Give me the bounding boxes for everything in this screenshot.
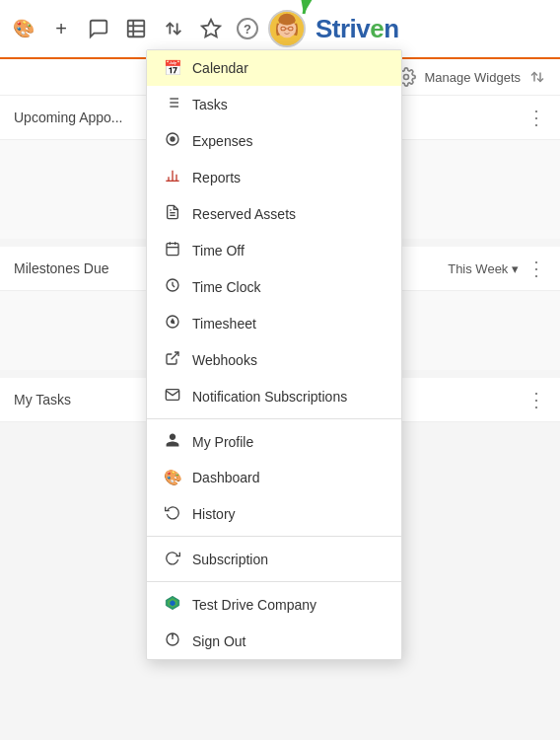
upcoming-appointments-label: Upcoming Appo... [14, 110, 123, 125]
milestones-due-label: Milestones Due [14, 260, 109, 276]
menu-item-timesheet-label: Timesheet [192, 316, 385, 332]
time-off-icon [163, 241, 182, 259]
sort-icon[interactable] [528, 68, 546, 86]
menu-item-expenses[interactable]: Expenses [147, 122, 401, 159]
menu-item-test-drive-company[interactable]: Test Drive Company [147, 586, 401, 623]
menu-item-reports-label: Reports [192, 170, 385, 185]
menu-item-time-off[interactable]: Time Off [147, 232, 401, 268]
time-clock-icon [163, 277, 182, 296]
tasks-icon [163, 95, 182, 113]
svg-marker-6 [202, 20, 220, 37]
timesheet-icon [163, 314, 182, 333]
my-profile-icon [163, 432, 182, 451]
brand-logo: Striven [315, 14, 399, 44]
svg-point-15 [404, 75, 409, 80]
sort-columns-icon[interactable] [162, 17, 185, 40]
menu-item-dashboard[interactable]: 🎨 Dashboard [147, 460, 401, 495]
menu-item-time-clock-label: Time Clock [192, 279, 385, 295]
dropdown-menu: 📅 Calendar Tasks Expenses [146, 49, 402, 660]
sign-out-icon [163, 631, 182, 650]
my-tasks-menu[interactable]: ⋮ [526, 388, 546, 411]
menu-item-subscription-label: Subscription [192, 552, 385, 567]
svg-rect-0 [128, 21, 145, 37]
menu-item-calendar[interactable]: 📅 Calendar [147, 50, 401, 86]
svg-line-39 [172, 352, 178, 359]
reserved-assets-icon [163, 204, 182, 223]
menu-item-expenses-label: Expenses [192, 133, 385, 149]
help-icon[interactable]: ? [237, 18, 258, 39]
subscription-icon [163, 550, 182, 568]
menu-item-sign-out-label: Sign Out [192, 633, 385, 649]
menu-item-history-label: History [192, 506, 385, 522]
history-icon [163, 504, 182, 523]
webhooks-icon [163, 350, 182, 369]
menu-item-calendar-label: Calendar [192, 60, 385, 76]
test-drive-company-icon [163, 595, 182, 614]
menu-item-subscription[interactable]: Subscription [147, 541, 401, 577]
expenses-icon [163, 131, 182, 150]
menu-item-notifications[interactable]: Notification Subscriptions [147, 378, 401, 414]
manage-widgets-label[interactable]: Manage Widgets [424, 70, 521, 85]
svg-rect-32 [167, 244, 178, 256]
menu-item-history[interactable]: History [147, 495, 401, 532]
menu-item-sign-out[interactable]: Sign Out [147, 623, 401, 659]
menu-item-timesheet[interactable]: Timesheet [147, 305, 401, 341]
menu-item-my-profile[interactable]: My Profile [147, 423, 401, 460]
menu-item-notifications-label: Notification Subscriptions [192, 389, 385, 405]
calendar-icon: 📅 [163, 59, 182, 77]
avatar[interactable] [268, 10, 306, 47]
menu-item-time-off-label: Time Off [192, 243, 385, 259]
dashboard-icon: 🎨 [163, 469, 182, 486]
divider-3 [147, 581, 401, 582]
svg-point-38 [172, 321, 175, 324]
plus-icon[interactable]: + [49, 17, 73, 40]
header-icon-group: 🎨 + ? [12, 17, 258, 40]
my-tasks-label: My Tasks [14, 392, 71, 407]
menu-item-reports[interactable]: Reports [147, 159, 401, 195]
menu-item-test-drive-company-label: Test Drive Company [192, 597, 385, 613]
menu-item-reserved-assets[interactable]: Reserved Assets [147, 195, 401, 232]
chat-icon[interactable] [87, 17, 110, 40]
menu-item-reserved-assets-label: Reserved Assets [192, 206, 385, 222]
table-icon[interactable] [124, 17, 148, 40]
upcoming-appointments-menu[interactable]: ⋮ [526, 106, 546, 129]
menu-item-tasks[interactable]: Tasks [147, 86, 401, 122]
menu-item-my-profile-label: My Profile [192, 434, 385, 450]
svg-point-13 [279, 15, 296, 25]
menu-item-webhooks[interactable]: Webhooks [147, 341, 401, 378]
notification-subscriptions-icon [163, 387, 182, 406]
divider-1 [147, 418, 401, 419]
avatar-container[interactable] [268, 10, 306, 47]
menu-item-dashboard-label: Dashboard [192, 470, 385, 485]
divider-2 [147, 536, 401, 537]
star-icon[interactable] [199, 17, 223, 40]
menu-item-time-clock[interactable]: Time Clock [147, 268, 401, 305]
milestones-menu[interactable]: ⋮ [526, 257, 546, 280]
menu-item-webhooks-label: Webhooks [192, 352, 385, 368]
palette-icon[interactable]: 🎨 [12, 17, 35, 40]
milestones-actions: This Week ▾ ⋮ [448, 257, 546, 280]
reports-icon [163, 168, 182, 186]
this-week-label[interactable]: This Week ▾ [448, 261, 519, 276]
menu-item-tasks-label: Tasks [192, 97, 385, 112]
